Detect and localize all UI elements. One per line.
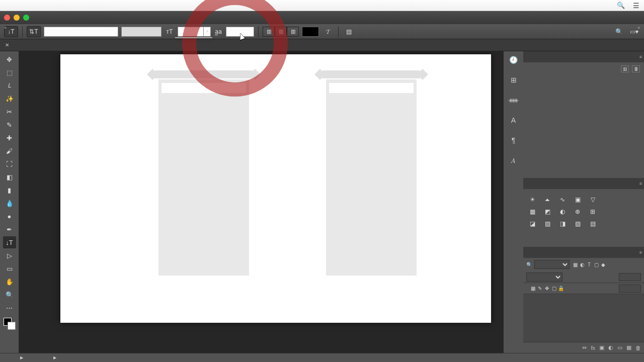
font-size-menu xyxy=(175,37,212,38)
close-window-icon[interactable] xyxy=(4,15,10,21)
layers-lock-bar: ▦✎✥▢🔒 xyxy=(523,283,644,294)
glyphs-panel-icon[interactable]: 𝐴 xyxy=(508,155,519,166)
options-bar: ↓T ⇅T тT ▾ a̲a ▥ ▥ ▥ 𝓣 ▤ 🔍 ▭▾ «» xyxy=(0,24,644,39)
lock-transparent-icon[interactable]: ▦ xyxy=(529,286,536,291)
adj-posterize-icon[interactable]: ▨ xyxy=(542,219,552,228)
opacity-value[interactable] xyxy=(619,273,641,281)
shape-tool-icon[interactable]: ▭ xyxy=(3,262,16,275)
layer-mask-icon[interactable]: ▣ xyxy=(599,344,604,351)
window-titlebar xyxy=(0,11,644,24)
fill-value[interactable] xyxy=(619,285,641,293)
tab-close-icon[interactable]: ✕ xyxy=(5,42,9,48)
mac-menubar: 🔍 ☰ xyxy=(0,0,644,11)
artboard xyxy=(60,54,491,323)
panel-menu-icon[interactable]: ≡ xyxy=(639,54,642,59)
type-tool-icon[interactable]: ↓T xyxy=(3,236,16,248)
filter-kind-select[interactable] xyxy=(534,260,570,269)
adj-selective-icon[interactable]: ▧ xyxy=(573,219,583,228)
dodge-tool-icon[interactable]: ● xyxy=(3,210,16,222)
adj-levels-icon[interactable]: ⏶ xyxy=(542,195,552,204)
move-tool-icon[interactable]: ✥ xyxy=(3,53,16,65)
adj-gradient-icon[interactable]: ▤ xyxy=(588,219,598,228)
paragraph-panel-icon[interactable]: ¶ xyxy=(508,135,519,146)
panel-menu-icon[interactable]: ≡ xyxy=(639,250,642,255)
swatches-panel: ▥ 🗑 xyxy=(523,62,644,178)
layer-fx-icon[interactable]: fx xyxy=(591,345,595,351)
lock-all-icon[interactable]: 🔒 xyxy=(557,286,565,291)
layers-filter-bar: 🔍 ▦◐T▢◆ xyxy=(523,258,644,271)
status-menu-icon[interactable]: ▶ xyxy=(53,355,56,360)
layer-list xyxy=(523,294,644,342)
main-area: ✥ ⬚ 𝘓 ✨ ✂ ✎ ✚ 🖌 ⛶ ◧ ▮ 💧 ● ✒ ↓T ▷ ▭ ✋ 🔍 ⋯ xyxy=(0,51,644,353)
pen-tool-icon[interactable]: ✒ xyxy=(3,223,16,235)
panel-collapse-right-icon[interactable]: » xyxy=(637,25,640,30)
lock-image-icon[interactable]: ✎ xyxy=(536,286,543,291)
menubar-list-icon[interactable]: ☰ xyxy=(633,2,639,10)
zoom-window-icon[interactable] xyxy=(23,15,29,21)
adj-hue-icon[interactable]: ▦ xyxy=(527,207,537,216)
adj-curves-icon[interactable]: ∿ xyxy=(557,195,568,204)
delete-swatch-icon[interactable]: 🗑 xyxy=(632,65,640,72)
new-fill-icon[interactable]: ◐ xyxy=(608,344,613,351)
eraser-tool-icon[interactable]: ◧ xyxy=(3,171,16,183)
crop-tool-icon[interactable]: ✂ xyxy=(3,106,16,118)
adj-bw-icon[interactable]: ◩ xyxy=(542,207,552,216)
filter-glass-icon[interactable]: 🔍 xyxy=(526,262,532,267)
lasso-tool-icon[interactable]: 𝘓 xyxy=(3,79,16,92)
char-panel-icon[interactable]: A xyxy=(508,115,519,126)
panels-column: ≡ ▥ 🗑 ≡ ☀⏶∿▣▽ ▦◩◐⊕⊞ ◪▨◨▧▤ ≡ xyxy=(523,51,644,353)
foreground-background-colors[interactable] xyxy=(4,318,16,330)
right-collapsed-dock: 🕘 ⊞ ᚔ A ¶ 𝐴 xyxy=(503,51,523,353)
adj-colorlookup-icon[interactable]: ⊞ xyxy=(588,207,598,216)
layers-footer: ⇔ fx ▣ ◐ ▭ ▦ 🗑 xyxy=(523,342,644,353)
traffic-lights xyxy=(4,15,29,21)
lock-artboard-icon[interactable]: ▢ xyxy=(550,286,557,291)
gradient-tool-icon[interactable]: ▮ xyxy=(3,184,16,196)
status-arrow-icon[interactable]: ▶ xyxy=(20,355,23,360)
adj-photofilter-icon[interactable]: ◐ xyxy=(557,207,568,216)
color-swatches-tabs: ≡ xyxy=(523,51,644,62)
spotlight-icon[interactable]: 🔍 xyxy=(617,2,625,9)
link-layers-icon[interactable]: ⇔ xyxy=(582,344,587,351)
new-group-icon[interactable]: ▭ xyxy=(617,344,622,351)
history-panel-icon[interactable]: 🕘 xyxy=(508,54,519,65)
panel-collapse-left-icon[interactable]: « xyxy=(4,25,7,30)
minimize-window-icon[interactable] xyxy=(14,15,20,21)
new-swatch-icon[interactable]: ▥ xyxy=(621,65,629,72)
hand-tool-icon[interactable]: ✋ xyxy=(3,276,16,288)
layers-blend-bar xyxy=(523,271,644,283)
panel-menu-icon[interactable]: ≡ xyxy=(639,181,642,186)
filter-type-icons[interactable]: ▦◐T▢◆ xyxy=(572,262,607,267)
clone-stamp-tool-icon[interactable]: ⛶ xyxy=(3,158,16,170)
new-layer-icon[interactable]: ▦ xyxy=(626,344,631,351)
blur-tool-icon[interactable]: 💧 xyxy=(3,197,16,209)
toolbox: ✥ ⬚ 𝘓 ✨ ✂ ✎ ✚ 🖌 ⛶ ◧ ▮ 💧 ● ✒ ↓T ▷ ▭ ✋ 🔍 ⋯ xyxy=(0,51,19,353)
properties-panel-icon[interactable]: ⊞ xyxy=(508,74,519,85)
path-selection-tool-icon[interactable]: ▷ xyxy=(3,249,16,261)
document-tab-bar: ✕ xyxy=(0,39,644,51)
zoom-tool-icon[interactable]: 🔍 xyxy=(3,289,16,301)
shape-card-right xyxy=(326,79,417,276)
adj-invert-icon[interactable]: ◪ xyxy=(527,219,537,228)
brush-tool-icon[interactable]: 🖌 xyxy=(3,145,16,157)
blend-mode-select[interactable] xyxy=(526,273,562,282)
status-bar: ▶ ▶ xyxy=(0,353,644,362)
adjustments-tabs: ≡ xyxy=(523,178,644,189)
magic-wand-tool-icon[interactable]: ✨ xyxy=(3,93,16,105)
toolbox-more-icon[interactable]: ⋯ xyxy=(3,302,16,314)
brush-panel-icon[interactable]: ᚔ xyxy=(508,95,519,106)
adj-exposure-icon[interactable]: ▣ xyxy=(573,195,583,204)
adj-brightness-icon[interactable]: ☀ xyxy=(527,195,537,204)
eyedropper-tool-icon[interactable]: ✎ xyxy=(3,119,16,131)
marquee-tool-icon[interactable]: ⬚ xyxy=(3,66,16,78)
delete-layer-icon[interactable]: 🗑 xyxy=(635,345,641,351)
canvas-viewport[interactable] xyxy=(19,51,503,353)
adjustments-panel: ☀⏶∿▣▽ ▦◩◐⊕⊞ ◪▨◨▧▤ xyxy=(523,189,644,247)
adj-channel-icon[interactable]: ⊕ xyxy=(573,207,583,216)
shape-card-left xyxy=(158,79,249,276)
healing-brush-tool-icon[interactable]: ✚ xyxy=(3,132,16,144)
lock-position-icon[interactable]: ✥ xyxy=(543,286,550,291)
adj-vibrance-icon[interactable]: ▽ xyxy=(588,195,598,204)
adj-threshold-icon[interactable]: ◨ xyxy=(557,219,568,228)
layers-tabs: ≡ xyxy=(523,247,644,258)
